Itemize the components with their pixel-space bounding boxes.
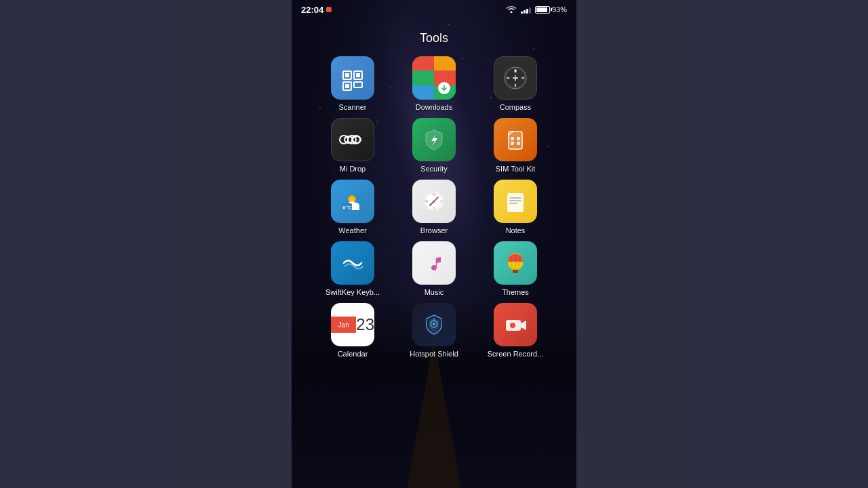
svg-text:W: W (507, 76, 511, 80)
app-downloads[interactable]: Downloads (399, 56, 469, 111)
music-icon (412, 241, 456, 285)
svg-text:S: S (514, 83, 517, 87)
left-panel (0, 0, 292, 488)
right-panel (576, 0, 868, 488)
signal-bar-2 (524, 10, 526, 14)
dl-row1 (412, 56, 456, 70)
app-midrop[interactable]: Mi Drop (317, 118, 388, 173)
signal-bar-4 (529, 7, 531, 14)
app-compass[interactable]: N S W E Compass (480, 56, 551, 111)
app-weather[interactable]: 0°C Weather (317, 180, 388, 235)
hotspot-icon (412, 303, 456, 346)
svg-rect-24 (517, 142, 520, 145)
app-swiftkey[interactable]: SwiftKey Keyb... (317, 241, 388, 296)
dl-row2 (412, 70, 456, 85)
scanner-label: Scanner (339, 103, 367, 111)
content-area: Tools Scanner (292, 19, 576, 488)
signal-bars (521, 5, 531, 14)
compass-icon: N S W E (494, 56, 537, 100)
app-recorder[interactable]: Screen Record... (480, 303, 551, 358)
phone-screen: 22:04 93% (292, 0, 576, 488)
svg-point-55 (433, 323, 435, 325)
calendar-day: 23 (356, 315, 374, 334)
svg-rect-6 (345, 84, 349, 88)
downloads-label: Downloads (416, 103, 452, 111)
status-right-group: 93% (506, 5, 567, 15)
signal-bar-3 (526, 9, 528, 14)
app-hotspot[interactable]: Hotspot Shield (399, 303, 469, 358)
weather-label: Weather (338, 226, 366, 235)
folder-title: Tools (420, 31, 448, 45)
app-security[interactable]: Security (399, 118, 469, 173)
wifi-icon (506, 5, 517, 15)
dl-arrow (438, 82, 450, 94)
notification-dot (326, 7, 332, 12)
notes-icon (494, 180, 537, 223)
app-scanner[interactable]: Scanner (317, 56, 388, 111)
security-label: Security (420, 165, 448, 173)
svg-rect-51 (513, 270, 518, 273)
app-grid: Scanner Downloads (312, 56, 556, 358)
app-simtoolkit[interactable]: SIM Tool Kit (480, 118, 551, 173)
svg-rect-43 (507, 193, 524, 212)
compass-label: Compass (500, 103, 531, 111)
swiftkey-icon (331, 241, 374, 285)
svg-text:N: N (433, 193, 435, 197)
svg-rect-21 (511, 137, 514, 140)
battery-percent: 93% (552, 5, 567, 14)
swiftkey-label: SwiftKey Keyb... (326, 288, 380, 296)
svg-point-58 (510, 323, 515, 328)
weather-icon: 0°C (331, 180, 374, 223)
downloads-stripes (412, 56, 456, 100)
midrop-label: Mi Drop (340, 165, 366, 173)
svg-text:E: E (440, 200, 442, 203)
calendar-header: Jan (331, 317, 356, 333)
themes-label: Themes (502, 288, 529, 296)
calendar-icon: Jan 23 (331, 303, 374, 346)
calendar-month: Jan (338, 321, 349, 329)
svg-text:S: S (433, 207, 435, 210)
svg-point-26 (349, 197, 355, 202)
battery-icon (535, 6, 550, 14)
hotspot-label: Hotspot Shield (410, 350, 458, 358)
signal-bar-1 (521, 12, 523, 14)
svg-rect-4 (345, 73, 349, 77)
simtoolkit-label: SIM Tool Kit (496, 165, 536, 173)
app-themes[interactable]: Themes (480, 241, 551, 296)
app-notes[interactable]: Notes (480, 180, 551, 235)
app-music[interactable]: Music (399, 241, 469, 296)
midrop-icon (331, 118, 374, 161)
status-bar: 22:04 93% (292, 0, 576, 19)
svg-text:N: N (514, 69, 517, 73)
recorder-label: Screen Record... (488, 350, 544, 358)
battery-fill (536, 7, 547, 12)
app-browser[interactable]: N S W E Browser (399, 180, 469, 235)
scanner-icon (331, 56, 374, 100)
browser-icon: N S W E (412, 180, 456, 223)
svg-text:0°C: 0°C (342, 205, 352, 211)
recorder-icon (494, 303, 537, 346)
app-calendar[interactable]: Jan 23 Calendar (317, 303, 388, 358)
svg-rect-23 (511, 142, 514, 145)
time-text: 22:04 (301, 5, 323, 15)
security-icon (412, 118, 456, 161)
svg-rect-20 (509, 131, 522, 149)
themes-icon (494, 241, 537, 285)
notes-label: Notes (506, 226, 526, 235)
music-label: Music (425, 288, 444, 296)
sim-icon (494, 118, 537, 161)
browser-label: Browser (420, 226, 448, 235)
calendar-label: Calendar (338, 350, 368, 358)
battery-container: 93% (535, 5, 567, 14)
downloads-icon (412, 56, 456, 100)
status-time: 22:04 (301, 5, 332, 15)
svg-rect-22 (517, 137, 520, 140)
svg-rect-3 (354, 82, 362, 87)
svg-rect-5 (356, 73, 360, 77)
